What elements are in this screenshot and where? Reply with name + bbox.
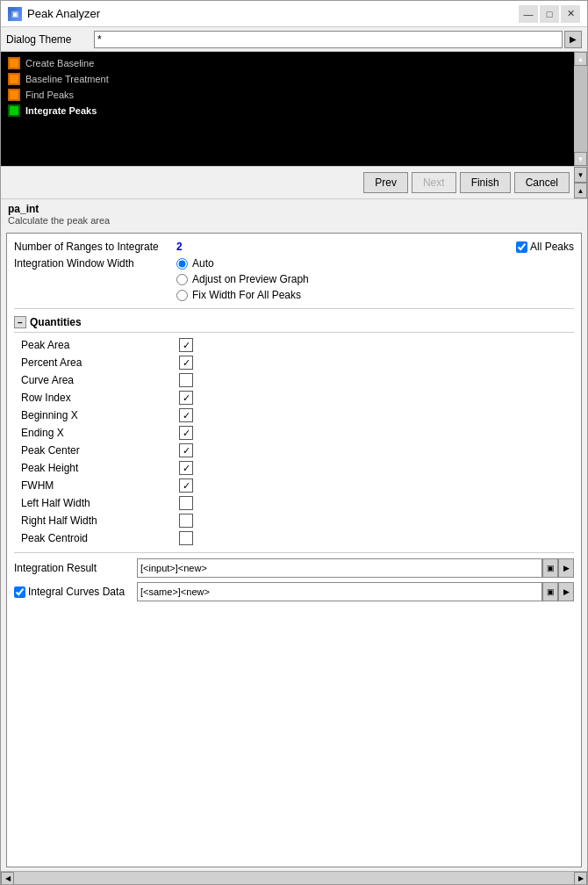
- svg-rect-3: [10, 75, 18, 83]
- radio-fix-label: Fix Width For All Peaks: [192, 289, 301, 301]
- nav-row: Prev Next Finish Cancel ▼ ▲: [1, 166, 587, 199]
- integral-curves-input[interactable]: [137, 582, 542, 601]
- integral-curves-label: Integral Curves Data: [28, 586, 125, 598]
- dialog-theme-label: Dialog Theme: [6, 33, 94, 46]
- quantity-peak-height: Peak Height ✓: [14, 459, 574, 477]
- quantity-ending-x-checkbox[interactable]: ✓: [179, 426, 193, 440]
- quantity-beginning-x-label: Beginning X: [21, 409, 179, 421]
- quantity-right-half-width-label: Right Half Width: [21, 514, 179, 527]
- steps-panel: Create Baseline Baseline Treatment Find …: [1, 52, 587, 166]
- step-integrate-peaks[interactable]: Integrate Peaks: [8, 103, 571, 119]
- quantity-fwhm-checkbox[interactable]: ✓: [179, 478, 193, 493]
- divider-1: [14, 308, 574, 309]
- h-scroll-right[interactable]: ▶: [574, 872, 587, 885]
- integration-result-input[interactable]: [137, 558, 542, 578]
- step-label-create-baseline: Create Baseline: [25, 58, 94, 68]
- title-bar-left: ▣ Peak Analyzer: [8, 7, 100, 21]
- svg-rect-5: [10, 90, 18, 99]
- info-area: pa_int Calculate the peak area: [1, 199, 587, 229]
- nav-scrollbars: ▼ ▲: [574, 167, 587, 198]
- quantity-left-half-width: Left Half Width: [14, 494, 574, 512]
- quantity-percent-area-checkbox[interactable]: ✓: [179, 356, 193, 370]
- integration-result-btn1[interactable]: ▣: [542, 558, 558, 578]
- integral-curves-checkbox[interactable]: [14, 586, 25, 598]
- quantity-peak-centroid-checkbox[interactable]: [179, 531, 193, 545]
- horizontal-scrollbar: ◀ ▶: [1, 871, 587, 884]
- cancel-button[interactable]: Cancel: [514, 172, 570, 193]
- main-window: ▣ Peak Analyzer — □ ✕ Dialog Theme ▶: [0, 0, 588, 885]
- integral-curves-btn1[interactable]: ▣: [542, 582, 558, 601]
- radio-adjust-label: Adjust on Preview Graph: [192, 273, 309, 285]
- integration-result-input-wrap: ▣ ▶: [137, 558, 574, 578]
- radio-auto[interactable]: Auto: [176, 257, 309, 270]
- radio-auto-label: Auto: [192, 257, 214, 270]
- maximize-button[interactable]: □: [540, 5, 559, 23]
- radio-group-integration: Auto Adjust on Preview Graph Fix Width F…: [176, 257, 309, 301]
- quantity-fwhm: FWHM ✓: [14, 477, 574, 494]
- center-area: Create Baseline Baseline Treatment Find …: [1, 52, 587, 884]
- quantity-percent-area: Percent Area ✓: [14, 354, 574, 371]
- quantity-peak-centroid-label: Peak Centroid: [21, 532, 179, 544]
- step-label-baseline-treatment: Baseline Treatment: [25, 74, 109, 84]
- steps-scroll-down[interactable]: ▼: [574, 152, 587, 166]
- quantity-left-half-width-checkbox[interactable]: [179, 496, 193, 510]
- integral-curves-btn2[interactable]: ▶: [558, 582, 574, 601]
- step-create-baseline[interactable]: Create Baseline: [8, 55, 571, 71]
- radio-fix[interactable]: Fix Width For All Peaks: [176, 289, 309, 301]
- quantity-ending-x-label: Ending X: [21, 427, 179, 439]
- steps-scroll-track: [574, 66, 587, 152]
- radio-auto-input[interactable]: [176, 258, 188, 270]
- quantity-peak-height-checkbox[interactable]: ✓: [179, 461, 193, 475]
- integration-result-btn2[interactable]: ▶: [558, 558, 574, 578]
- all-peaks-checkbox-wrap: All Peaks: [516, 241, 574, 253]
- num-ranges-label: Number of Ranges to Integrate: [14, 241, 176, 253]
- dialog-theme-arrow-button[interactable]: ▶: [564, 31, 582, 48]
- steps-scrollbar: ▲ ▼: [574, 52, 587, 166]
- svg-rect-1: [10, 59, 18, 68]
- dialog-theme-row: Dialog Theme ▶: [1, 27, 587, 52]
- close-button[interactable]: ✕: [561, 5, 580, 23]
- quantity-curve-area: Curve Area: [14, 371, 574, 389]
- quantity-right-half-width-checkbox[interactable]: [179, 514, 193, 528]
- dialog-theme-input[interactable]: [94, 31, 563, 48]
- step-baseline-treatment[interactable]: Baseline Treatment: [8, 71, 571, 87]
- form-panel: Number of Ranges to Integrate 2 All Peak…: [6, 233, 582, 867]
- quantity-curve-area-checkbox[interactable]: [179, 373, 193, 387]
- quantity-peak-center-checkbox[interactable]: ✓: [179, 443, 193, 457]
- quantity-peak-centroid: Peak Centroid: [14, 529, 574, 547]
- quantity-beginning-x-checkbox[interactable]: ✓: [179, 408, 193, 422]
- h-scroll-left[interactable]: ◀: [1, 872, 14, 885]
- radio-adjust-input[interactable]: [176, 274, 188, 285]
- minimize-button[interactable]: —: [519, 5, 538, 23]
- quantity-ending-x: Ending X ✓: [14, 424, 574, 442]
- step-find-peaks[interactable]: Find Peaks: [8, 87, 571, 103]
- nav-scroll-down-btn[interactable]: ▼: [574, 167, 587, 183]
- finish-button[interactable]: Finish: [460, 172, 511, 193]
- quantities-label: Quantities: [30, 316, 82, 328]
- nav-scroll-up-btn[interactable]: ▲: [574, 183, 587, 198]
- quantity-peak-area-checkbox[interactable]: ✓: [179, 338, 193, 352]
- radio-adjust[interactable]: Adjust on Preview Graph: [176, 273, 309, 285]
- all-peaks-checkbox[interactable]: [516, 241, 527, 253]
- quantities-expand-btn[interactable]: −: [14, 316, 26, 328]
- quantity-percent-area-label: Percent Area: [21, 356, 179, 369]
- quantity-left-half-width-label: Left Half Width: [21, 497, 179, 509]
- quantity-beginning-x: Beginning X ✓: [14, 407, 574, 424]
- prev-button[interactable]: Prev: [363, 172, 408, 193]
- title-controls: — □ ✕: [519, 5, 580, 23]
- next-button[interactable]: Next: [412, 172, 456, 193]
- integral-curves-checkbox-wrap: Integral Curves Data: [14, 586, 137, 598]
- info-description: Calculate the peak area: [8, 215, 580, 226]
- h-scroll-track: [14, 872, 574, 884]
- quantity-peak-center: Peak Center ✓: [14, 442, 574, 459]
- step-icon-create-baseline: [8, 57, 20, 69]
- window-title: Peak Analyzer: [27, 7, 100, 20]
- radio-fix-input[interactable]: [176, 290, 188, 301]
- quantity-row-index-checkbox[interactable]: ✓: [179, 391, 193, 405]
- integral-curves-row: Integral Curves Data ▣ ▶: [14, 582, 574, 601]
- title-bar: ▣ Peak Analyzer — □ ✕: [1, 1, 587, 27]
- step-icon-find-peaks: [8, 89, 20, 101]
- integration-result-row: Integration Result ▣ ▶: [14, 558, 574, 578]
- step-label-find-peaks: Find Peaks: [25, 90, 74, 100]
- steps-scroll-up[interactable]: ▲: [574, 52, 587, 66]
